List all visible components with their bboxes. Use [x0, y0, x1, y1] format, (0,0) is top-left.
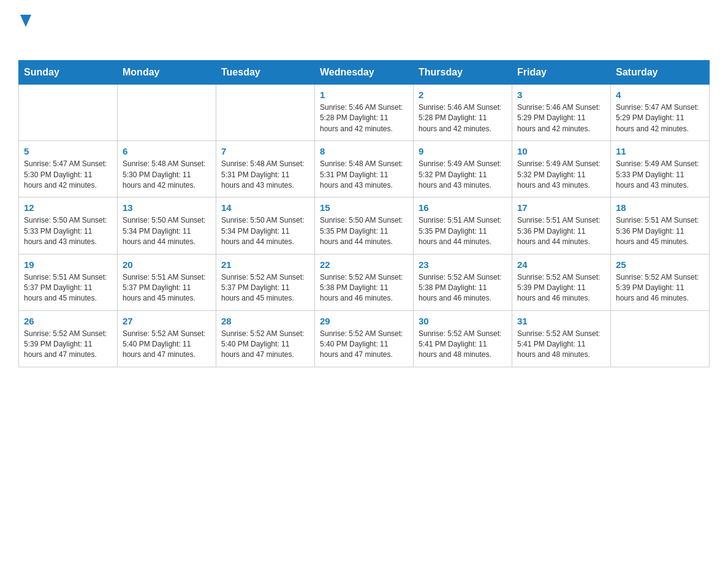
day-info: Sunrise: 5:52 AM Sunset: 5:39 PM Dayligh…	[24, 329, 112, 361]
calendar-cell: 3Sunrise: 5:46 AM Sunset: 5:29 PM Daylig…	[512, 85, 611, 141]
calendar-cell: 7Sunrise: 5:48 AM Sunset: 5:31 PM Daylig…	[216, 141, 315, 197]
day-number: 4	[616, 90, 704, 100]
day-info: Sunrise: 5:52 AM Sunset: 5:38 PM Dayligh…	[419, 272, 507, 304]
calendar-cell	[216, 85, 315, 141]
day-info: Sunrise: 5:51 AM Sunset: 5:35 PM Dayligh…	[419, 215, 507, 247]
day-number: 14	[221, 202, 309, 213]
calendar-week-row: 1Sunrise: 5:46 AM Sunset: 5:28 PM Daylig…	[19, 85, 710, 141]
day-number: 21	[221, 259, 309, 270]
day-info: Sunrise: 5:50 AM Sunset: 5:35 PM Dayligh…	[320, 215, 408, 247]
calendar-cell: 22Sunrise: 5:52 AM Sunset: 5:38 PM Dayli…	[315, 254, 414, 310]
day-number: 1	[320, 90, 408, 100]
calendar-cell: 21Sunrise: 5:52 AM Sunset: 5:37 PM Dayli…	[216, 254, 315, 310]
day-number: 12	[24, 202, 112, 213]
calendar-day-header: Monday	[118, 61, 216, 85]
day-number: 22	[320, 259, 408, 270]
calendar-day-header: Sunday	[19, 61, 118, 85]
day-number: 23	[419, 259, 507, 270]
calendar-cell: 16Sunrise: 5:51 AM Sunset: 5:35 PM Dayli…	[414, 197, 512, 254]
day-info: Sunrise: 5:47 AM Sunset: 5:29 PM Dayligh…	[616, 102, 704, 134]
calendar-cell: 11Sunrise: 5:49 AM Sunset: 5:33 PM Dayli…	[611, 141, 710, 197]
calendar-cell	[611, 310, 710, 367]
calendar-week-row: 26Sunrise: 5:52 AM Sunset: 5:39 PM Dayli…	[19, 310, 710, 367]
calendar-header-row: SundayMondayTuesdayWednesdayThursdayFrid…	[19, 61, 710, 85]
day-number: 30	[419, 316, 507, 326]
day-number: 27	[123, 316, 211, 326]
calendar-day-header: Tuesday	[216, 61, 315, 85]
day-number: 24	[517, 259, 605, 270]
calendar-cell: 13Sunrise: 5:50 AM Sunset: 5:34 PM Dayli…	[118, 197, 216, 254]
day-number: 28	[221, 316, 309, 326]
day-info: Sunrise: 5:46 AM Sunset: 5:28 PM Dayligh…	[320, 102, 408, 134]
calendar-cell: 15Sunrise: 5:50 AM Sunset: 5:35 PM Dayli…	[315, 197, 414, 254]
calendar-cell: 30Sunrise: 5:52 AM Sunset: 5:41 PM Dayli…	[414, 310, 512, 367]
day-number: 6	[123, 146, 211, 156]
calendar-day-header: Friday	[512, 61, 611, 85]
day-info: Sunrise: 5:49 AM Sunset: 5:32 PM Dayligh…	[419, 159, 507, 191]
day-info: Sunrise: 5:48 AM Sunset: 5:31 PM Dayligh…	[221, 159, 309, 191]
calendar-cell: 20Sunrise: 5:51 AM Sunset: 5:37 PM Dayli…	[118, 254, 216, 310]
day-number: 29	[320, 316, 408, 326]
day-info: Sunrise: 5:50 AM Sunset: 5:34 PM Dayligh…	[123, 215, 211, 247]
calendar-cell: 6Sunrise: 5:48 AM Sunset: 5:30 PM Daylig…	[118, 141, 216, 197]
day-info: Sunrise: 5:46 AM Sunset: 5:29 PM Dayligh…	[517, 102, 605, 134]
calendar-cell: 19Sunrise: 5:51 AM Sunset: 5:37 PM Dayli…	[19, 254, 118, 310]
day-number: 10	[517, 146, 605, 156]
day-info: Sunrise: 5:52 AM Sunset: 5:41 PM Dayligh…	[419, 329, 507, 361]
calendar-day-header: Thursday	[414, 61, 512, 85]
calendar-cell: 2Sunrise: 5:46 AM Sunset: 5:28 PM Daylig…	[414, 85, 512, 141]
day-info: Sunrise: 5:52 AM Sunset: 5:38 PM Dayligh…	[320, 272, 408, 304]
calendar-day-header: Wednesday	[315, 61, 414, 85]
day-info: Sunrise: 5:50 AM Sunset: 5:34 PM Dayligh…	[221, 215, 309, 247]
day-info: Sunrise: 5:51 AM Sunset: 5:36 PM Dayligh…	[616, 215, 704, 247]
calendar-cell: 26Sunrise: 5:52 AM Sunset: 5:39 PM Dayli…	[19, 310, 118, 367]
calendar-table: SundayMondayTuesdayWednesdayThursdayFrid…	[18, 60, 710, 367]
calendar-cell: 5Sunrise: 5:47 AM Sunset: 5:30 PM Daylig…	[19, 141, 118, 197]
day-number: 8	[320, 146, 408, 156]
day-number: 19	[24, 259, 112, 270]
calendar-cell: 31Sunrise: 5:52 AM Sunset: 5:41 PM Dayli…	[512, 310, 611, 367]
day-number: 13	[123, 202, 211, 213]
day-info: Sunrise: 5:52 AM Sunset: 5:40 PM Dayligh…	[320, 329, 408, 361]
day-info: Sunrise: 5:52 AM Sunset: 5:37 PM Dayligh…	[221, 272, 309, 304]
day-info: Sunrise: 5:52 AM Sunset: 5:39 PM Dayligh…	[616, 272, 704, 304]
day-number: 11	[616, 146, 704, 156]
calendar-cell: 1Sunrise: 5:46 AM Sunset: 5:28 PM Daylig…	[315, 85, 414, 141]
day-number: 7	[221, 146, 309, 156]
day-number: 16	[419, 202, 507, 213]
day-info: Sunrise: 5:49 AM Sunset: 5:33 PM Dayligh…	[616, 159, 704, 191]
calendar-cell	[118, 85, 216, 141]
calendar-cell: 24Sunrise: 5:52 AM Sunset: 5:39 PM Dayli…	[512, 254, 611, 310]
day-info: Sunrise: 5:48 AM Sunset: 5:30 PM Dayligh…	[123, 159, 211, 191]
calendar-cell: 27Sunrise: 5:52 AM Sunset: 5:40 PM Dayli…	[118, 310, 216, 367]
day-number: 15	[320, 202, 408, 213]
calendar-cell: 4Sunrise: 5:47 AM Sunset: 5:29 PM Daylig…	[611, 85, 710, 141]
calendar-cell: 10Sunrise: 5:49 AM Sunset: 5:32 PM Dayli…	[512, 141, 611, 197]
calendar-day-header: Saturday	[611, 61, 710, 85]
calendar-cell: 9Sunrise: 5:49 AM Sunset: 5:32 PM Daylig…	[414, 141, 512, 197]
day-info: Sunrise: 5:51 AM Sunset: 5:36 PM Dayligh…	[517, 215, 605, 247]
calendar-cell: 23Sunrise: 5:52 AM Sunset: 5:38 PM Dayli…	[414, 254, 512, 310]
calendar-cell: 8Sunrise: 5:48 AM Sunset: 5:31 PM Daylig…	[315, 141, 414, 197]
calendar-week-row: 19Sunrise: 5:51 AM Sunset: 5:37 PM Dayli…	[19, 254, 710, 310]
logo	[18, 12, 38, 48]
day-info: Sunrise: 5:52 AM Sunset: 5:39 PM Dayligh…	[517, 272, 605, 304]
day-info: Sunrise: 5:52 AM Sunset: 5:40 PM Dayligh…	[123, 329, 211, 361]
calendar-cell	[19, 85, 118, 141]
day-number: 2	[419, 90, 507, 100]
day-info: Sunrise: 5:49 AM Sunset: 5:32 PM Dayligh…	[517, 159, 605, 191]
day-info: Sunrise: 5:51 AM Sunset: 5:37 PM Dayligh…	[24, 272, 112, 304]
logo-triangle-icon	[20, 15, 31, 27]
svg-marker-0	[20, 15, 31, 27]
calendar-week-row: 5Sunrise: 5:47 AM Sunset: 5:30 PM Daylig…	[19, 141, 710, 197]
day-number: 20	[123, 259, 211, 270]
day-info: Sunrise: 5:52 AM Sunset: 5:41 PM Dayligh…	[517, 329, 605, 361]
calendar-cell: 28Sunrise: 5:52 AM Sunset: 5:40 PM Dayli…	[216, 310, 315, 367]
day-info: Sunrise: 5:46 AM Sunset: 5:28 PM Dayligh…	[419, 102, 507, 134]
day-info: Sunrise: 5:51 AM Sunset: 5:37 PM Dayligh…	[123, 272, 211, 304]
day-number: 18	[616, 202, 704, 213]
day-number: 31	[517, 316, 605, 326]
calendar-cell: 12Sunrise: 5:50 AM Sunset: 5:33 PM Dayli…	[19, 197, 118, 254]
calendar-cell: 17Sunrise: 5:51 AM Sunset: 5:36 PM Dayli…	[512, 197, 611, 254]
day-info: Sunrise: 5:47 AM Sunset: 5:30 PM Dayligh…	[24, 159, 112, 191]
